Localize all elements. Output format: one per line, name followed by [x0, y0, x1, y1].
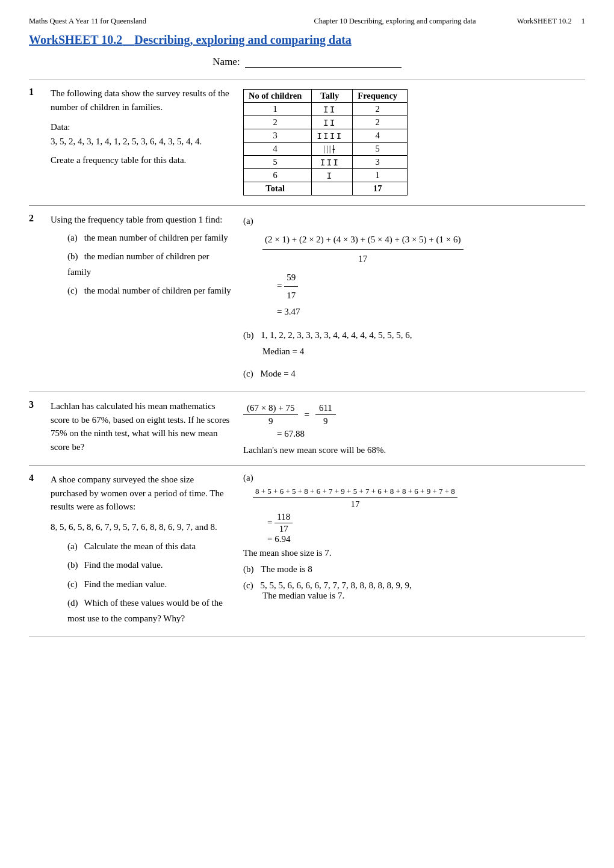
table-header-tally: Tally — [312, 90, 353, 103]
q4-sub-d-text: Which of these values would be of the mo… — [67, 598, 223, 623]
question-4-sub-d: (d) Which of these values would be of th… — [67, 596, 232, 626]
question-1-row: 1 The following data show the survey res… — [29, 87, 585, 205]
table-row-tally: IIII — [312, 129, 353, 143]
question-2-left: Using the frequency table from question … — [51, 213, 243, 382]
table-row-val: 4 — [244, 143, 312, 156]
answer-4a-sum: 8 + 5 + 6 + 5 + 8 + 6 + 7 + 9 + 5 + 7 + … — [255, 487, 455, 496]
answer-3-formula-num: (67 × 8) + 75 — [247, 403, 294, 413]
answer-3-result: = 67.88 — [277, 429, 585, 439]
question-2-section: 2 Using the frequency table from questio… — [29, 205, 585, 392]
table-row-freq: 5 — [353, 143, 408, 156]
answer-4a-prefix: (a) — [243, 473, 253, 482]
question-1-section: 1 The following data show the survey res… — [29, 79, 585, 205]
table-row-freq: 1 — [353, 169, 408, 182]
table-row-freq: 3 — [353, 156, 408, 169]
answer-2b-median: Median = 4 — [262, 346, 304, 356]
question-3-number: 3 — [29, 399, 51, 455]
q4-sub-b-label: (b) — [67, 558, 82, 573]
table-row-freq: 17 — [353, 182, 408, 195]
answer-4c-answer: The median value is 7. — [262, 591, 344, 600]
question-4-data: 8, 5, 6, 5, 8, 6, 7, 9, 5, 7, 6, 8, 8, 6… — [51, 520, 232, 534]
q4-sub-a-label: (a) — [67, 539, 82, 555]
sub-b-label: (b) — [67, 249, 82, 265]
q4-sub-c-text: Find the median value. — [84, 579, 167, 589]
name-row: Name: — [29, 55, 585, 68]
question-3-text: Lachlan has calculated his mean mathemat… — [51, 399, 232, 454]
answer-2a-prefix: (a) — [243, 216, 253, 226]
title-description: Describing, exploring and comparing data — [134, 33, 352, 46]
answer-4a-numer: 118 — [274, 512, 293, 523]
q4-sub-c-label: (c) — [67, 577, 82, 593]
table-row-tally: II — [312, 103, 353, 116]
answer-2b-prefix: (b) — [243, 330, 254, 340]
question-4-section: 4 A shoe company surveyed the shoe size … — [29, 465, 585, 636]
sub-a-label: (a) — [67, 230, 82, 246]
table-row-tally: I — [312, 169, 353, 182]
question-2-sub-a: (a) the mean number of children per fami… — [67, 230, 232, 246]
header: Maths Quest A Year 11 for Queensland Cha… — [29, 17, 585, 27]
table-row-val: 3 — [244, 129, 312, 143]
question-4-row: 4 A shoe company surveyed the shoe size … — [29, 473, 585, 636]
header-worksheet: WorkSHEET 10.2 — [517, 17, 572, 26]
answer-4a-denom2: 17 — [274, 523, 293, 534]
table-header-frequency: Frequency — [353, 90, 408, 103]
answer-4b: (b) The mode is 8 — [243, 564, 585, 574]
answer-3-formula: (67 × 8) + 75 9 = 611 9 — [243, 403, 585, 426]
question-1-left: The following data show the survey resul… — [51, 87, 243, 195]
sub-a-text: the mean number of children per family — [84, 233, 228, 242]
q4-sub-d-label: (d) — [67, 596, 82, 611]
table-row-val: Total — [244, 182, 312, 195]
table-row-val: 1 — [244, 103, 312, 116]
question-4-sub-a: (a) Calculate the mean of this data — [67, 539, 232, 555]
question-4-right: (a) 8 + 5 + 6 + 5 + 8 + 6 + 7 + 9 + 5 + … — [243, 473, 585, 626]
answer-2a-result: = 3.47 — [277, 304, 585, 320]
answer-4a-sum-block: 8 + 5 + 6 + 5 + 8 + 6 + 7 + 9 + 5 + 7 + … — [253, 487, 585, 509]
question-2-number: 2 — [29, 213, 51, 382]
page: Maths Quest A Year 11 for Queensland Cha… — [0, 0, 614, 868]
answer-4a-fraction: 8 + 5 + 6 + 5 + 8 + 6 + 7 + 9 + 5 + 7 + … — [253, 487, 457, 509]
data-label: Data: — [51, 122, 70, 132]
answer-3-formula-denom: 9 — [268, 416, 273, 426]
answer-3-conclusion: Lachlan's new mean score will be 68%. — [243, 445, 585, 455]
q4-sub-b-text: Find the modal value. — [84, 560, 163, 570]
table-row-tally: III — [312, 156, 353, 169]
answer-2a-eq1: = 59 17 — [277, 269, 585, 304]
question-2-row: 2 Using the frequency table from questio… — [29, 213, 585, 392]
answer-4a: (a) 8 + 5 + 6 + 5 + 8 + 6 + 7 + 9 + 5 + … — [243, 473, 585, 558]
sub-c-text: the modal number of children per family — [84, 286, 231, 295]
answer-2a-denom2: 17 — [284, 287, 298, 304]
question-2-text: Using the frequency table from question … — [51, 213, 232, 227]
answer-3-rhs-numer: 611 — [319, 403, 332, 413]
answer-3-fraction: (67 × 8) + 75 9 — [243, 403, 298, 426]
question-3-left: Lachlan has calculated his mean mathemat… — [51, 399, 243, 455]
answer-4b-answer: The mode is 8 — [261, 564, 312, 574]
equals-sign: = — [304, 410, 309, 420]
question-2-right: (a) (2 × 1) + (2 × 2) + (4 × 3) + (5 × 4… — [243, 213, 585, 382]
table-row-freq: 2 — [353, 116, 408, 129]
title-worksheet: WorkSHEET 10.2 — [29, 33, 122, 46]
name-label: Name: — [212, 56, 240, 68]
table-row-val: 5 — [244, 156, 312, 169]
question-4-text: A shoe company surveyed the shoe size pu… — [51, 473, 232, 514]
answer-3-rhs: 611 9 — [315, 403, 336, 426]
question-4-left: A shoe company surveyed the shoe size pu… — [51, 473, 243, 626]
table-row-tally — [312, 182, 353, 195]
sub-c-label: (c) — [67, 283, 82, 299]
question-4-sub-c: (c) Find the median value. — [67, 577, 232, 593]
question-3-section: 3 Lachlan has calculated his mean mathem… — [29, 392, 585, 465]
answer-4a-denom: 17 — [350, 499, 359, 509]
question-1-instruction: Create a frequency table for this data. — [51, 153, 243, 167]
header-left: Maths Quest A Year 11 for Queensland — [29, 17, 273, 26]
table-header-children: No of children — [244, 90, 312, 103]
question-1-text: The following data show the survey resul… — [51, 87, 243, 114]
name-input-line — [245, 55, 402, 68]
table-row-val: 6 — [244, 169, 312, 182]
answer-2b: (b) 1, 1, 2, 2, 3, 3, 3, 3, 4, 4, 4, 4, … — [243, 327, 585, 360]
answer-4a-result: = 6.94 — [267, 534, 585, 544]
question-1-data: Data: 3, 5, 2, 4, 3, 1, 4, 1, 2, 5, 3, 6… — [51, 120, 243, 149]
header-page: 1 — [581, 17, 585, 26]
answer-2a-numer: 59 — [284, 269, 298, 287]
data-values: 3, 5, 2, 4, 3, 1, 4, 1, 2, 5, 3, 6, 4, 3… — [51, 137, 202, 146]
main-title: WorkSHEET 10.2 Describing, exploring and… — [29, 33, 585, 47]
q4-sub-a-text: Calculate the mean of this data — [84, 541, 196, 551]
